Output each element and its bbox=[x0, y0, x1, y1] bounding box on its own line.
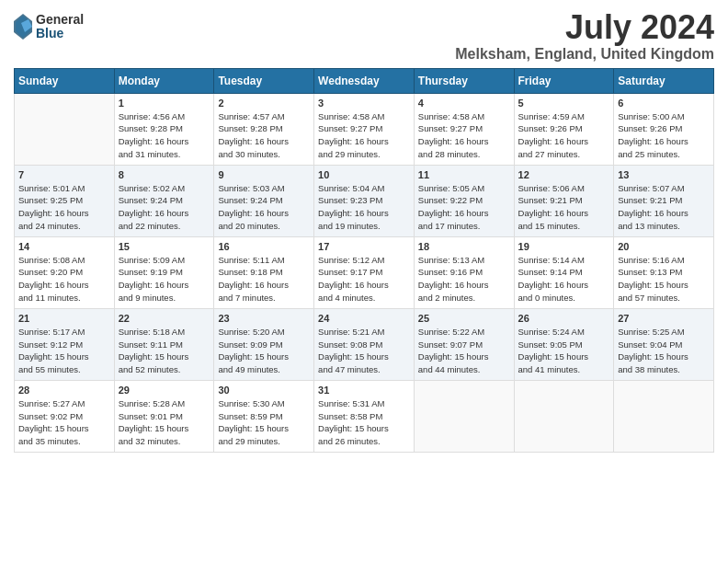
day-info-line: Daylight: 16 hours bbox=[618, 208, 688, 218]
day-info: Sunrise: 5:13 AMSunset: 9:16 PMDaylight:… bbox=[418, 254, 510, 304]
day-info-line: and 47 minutes. bbox=[318, 364, 381, 374]
day-number: 9 bbox=[218, 169, 310, 180]
day-number: 26 bbox=[518, 313, 610, 324]
day-info-line: and 2 minutes. bbox=[418, 293, 475, 303]
day-info-line: Daylight: 16 hours bbox=[18, 208, 89, 218]
calendar-cell: 25Sunrise: 5:22 AMSunset: 9:07 PMDayligh… bbox=[414, 308, 514, 380]
day-info-line: Sunrise: 5:18 AM bbox=[119, 327, 185, 337]
day-info-line: Sunrise: 5:12 AM bbox=[318, 255, 384, 265]
day-info-line: and 19 minutes. bbox=[318, 221, 381, 231]
day-info-line: Sunrise: 5:11 AM bbox=[218, 255, 284, 265]
day-info-line: Sunrise: 4:56 AM bbox=[119, 111, 185, 121]
day-number: 15 bbox=[119, 241, 210, 252]
header-saturday: Saturday bbox=[614, 68, 714, 93]
calendar-cell: 8Sunrise: 5:02 AMSunset: 9:24 PMDaylight… bbox=[114, 165, 214, 236]
header-wednesday: Wednesday bbox=[314, 68, 415, 93]
day-info: Sunrise: 5:14 AMSunset: 9:14 PMDaylight:… bbox=[518, 254, 610, 304]
day-number: 25 bbox=[418, 313, 510, 324]
calendar-table: Sunday Monday Tuesday Wednesday Thursday… bbox=[14, 68, 714, 453]
day-info: Sunrise: 5:06 AMSunset: 9:21 PMDaylight:… bbox=[518, 182, 610, 233]
day-info-line: Sunrise: 5:17 AM bbox=[18, 327, 85, 337]
calendar-cell bbox=[414, 380, 514, 452]
calendar-cell: 28Sunrise: 5:27 AMSunset: 9:02 PMDayligh… bbox=[15, 380, 115, 452]
calendar-cell bbox=[514, 380, 614, 452]
day-info-line: Sunrise: 4:57 AM bbox=[218, 111, 284, 121]
day-info-line: Sunrise: 5:08 AM bbox=[18, 255, 85, 265]
week-row-5: 28Sunrise: 5:27 AMSunset: 9:02 PMDayligh… bbox=[15, 380, 714, 452]
day-info-line: Sunrise: 5:03 AM bbox=[218, 183, 284, 193]
day-info-line: Daylight: 16 hours bbox=[218, 280, 289, 290]
day-info-line: and 4 minutes. bbox=[318, 293, 375, 303]
day-number: 11 bbox=[418, 169, 510, 180]
day-info-line: Sunset: 9:28 PM bbox=[218, 123, 282, 133]
calendar-cell: 31Sunrise: 5:31 AMSunset: 8:58 PMDayligh… bbox=[314, 380, 415, 452]
day-info-line: Sunset: 9:19 PM bbox=[119, 267, 183, 277]
day-info-line: Sunrise: 5:16 AM bbox=[618, 255, 684, 265]
day-info-line: Sunset: 9:21 PM bbox=[518, 195, 583, 205]
day-info-line: Sunset: 9:02 PM bbox=[18, 411, 83, 421]
day-number: 29 bbox=[119, 385, 210, 396]
day-info-line: and 29 minutes. bbox=[318, 149, 381, 159]
header-section: General Blue July 2024 Melksham, England… bbox=[14, 9, 714, 63]
day-info-line: Sunrise: 5:21 AM bbox=[318, 327, 384, 337]
day-info-line: Sunrise: 5:30 AM bbox=[218, 398, 284, 408]
day-number: 27 bbox=[618, 313, 710, 324]
day-info-line: and 30 minutes. bbox=[218, 149, 280, 159]
calendar-cell: 24Sunrise: 5:21 AMSunset: 9:08 PMDayligh… bbox=[314, 308, 415, 380]
day-number: 10 bbox=[318, 169, 410, 180]
day-info-line: and 17 minutes. bbox=[418, 221, 481, 231]
header-tuesday: Tuesday bbox=[214, 68, 314, 93]
day-info-line: Daylight: 15 hours bbox=[119, 423, 189, 433]
day-info: Sunrise: 5:25 AMSunset: 9:04 PMDaylight:… bbox=[618, 326, 710, 376]
day-info-line: Sunset: 9:13 PM bbox=[618, 267, 682, 277]
calendar-cell: 6Sunrise: 5:00 AMSunset: 9:26 PMDaylight… bbox=[614, 93, 714, 165]
day-info: Sunrise: 4:57 AMSunset: 9:28 PMDaylight:… bbox=[218, 110, 310, 161]
day-info-line: Daylight: 16 hours bbox=[119, 280, 189, 290]
day-info-line: Sunrise: 5:06 AM bbox=[518, 183, 585, 193]
day-info: Sunrise: 5:17 AMSunset: 9:12 PMDaylight:… bbox=[18, 326, 110, 376]
day-info: Sunrise: 4:58 AMSunset: 9:27 PMDaylight:… bbox=[318, 110, 410, 161]
day-info-line: Daylight: 15 hours bbox=[18, 351, 89, 362]
calendar-cell: 17Sunrise: 5:12 AMSunset: 9:17 PMDayligh… bbox=[314, 236, 415, 308]
day-info-line: Sunset: 9:23 PM bbox=[318, 195, 382, 205]
day-info: Sunrise: 5:12 AMSunset: 9:17 PMDaylight:… bbox=[318, 254, 410, 304]
day-number: 28 bbox=[18, 385, 110, 396]
day-info-line: and 20 minutes. bbox=[218, 221, 280, 231]
header-row: Sunday Monday Tuesday Wednesday Thursday… bbox=[15, 68, 714, 93]
day-info-line: Sunset: 9:01 PM bbox=[119, 411, 183, 421]
day-number: 22 bbox=[119, 313, 210, 324]
day-number: 14 bbox=[18, 241, 110, 252]
day-info-line: Sunset: 9:27 PM bbox=[318, 123, 382, 133]
day-info-line: Sunset: 9:17 PM bbox=[318, 267, 382, 277]
calendar-cell: 13Sunrise: 5:07 AMSunset: 9:21 PMDayligh… bbox=[614, 165, 714, 236]
logo-text: General Blue bbox=[36, 13, 84, 41]
calendar-cell: 27Sunrise: 5:25 AMSunset: 9:04 PMDayligh… bbox=[614, 308, 714, 380]
day-info-line: Daylight: 16 hours bbox=[418, 208, 489, 218]
day-info-line: Sunrise: 5:13 AM bbox=[418, 255, 484, 265]
day-info-line: Sunset: 9:24 PM bbox=[218, 195, 282, 205]
logo-icon bbox=[14, 14, 32, 40]
day-info-line: and 28 minutes. bbox=[418, 149, 481, 159]
day-info-line: Sunset: 9:04 PM bbox=[618, 339, 682, 350]
day-number: 7 bbox=[18, 169, 110, 180]
calendar-cell: 19Sunrise: 5:14 AMSunset: 9:14 PMDayligh… bbox=[514, 236, 614, 308]
day-info-line: Daylight: 15 hours bbox=[18, 423, 89, 433]
day-info-line: Daylight: 16 hours bbox=[119, 136, 189, 146]
location: Melksham, England, United Kingdom bbox=[455, 46, 714, 63]
day-info: Sunrise: 5:03 AMSunset: 9:24 PMDaylight:… bbox=[218, 182, 310, 233]
day-info-line: Daylight: 15 hours bbox=[418, 351, 489, 362]
day-info-line: and 38 minutes. bbox=[618, 364, 680, 374]
calendar-cell: 7Sunrise: 5:01 AMSunset: 9:25 PMDaylight… bbox=[15, 165, 115, 236]
day-info-line: Sunset: 9:24 PM bbox=[119, 195, 183, 205]
logo-blue-text: Blue bbox=[36, 27, 84, 40]
logo: General Blue bbox=[14, 13, 84, 41]
day-info-line: Sunset: 9:16 PM bbox=[418, 267, 483, 277]
week-row-2: 7Sunrise: 5:01 AMSunset: 9:25 PMDaylight… bbox=[15, 165, 714, 236]
calendar-cell: 5Sunrise: 4:59 AMSunset: 9:26 PMDaylight… bbox=[514, 93, 614, 165]
day-info-line: Sunset: 9:07 PM bbox=[418, 339, 483, 350]
day-info-line: Daylight: 16 hours bbox=[218, 208, 289, 218]
header-monday: Monday bbox=[114, 68, 214, 93]
day-info: Sunrise: 5:18 AMSunset: 9:11 PMDaylight:… bbox=[119, 326, 210, 376]
day-number: 3 bbox=[318, 98, 410, 109]
calendar-cell: 30Sunrise: 5:30 AMSunset: 8:59 PMDayligh… bbox=[214, 380, 314, 452]
